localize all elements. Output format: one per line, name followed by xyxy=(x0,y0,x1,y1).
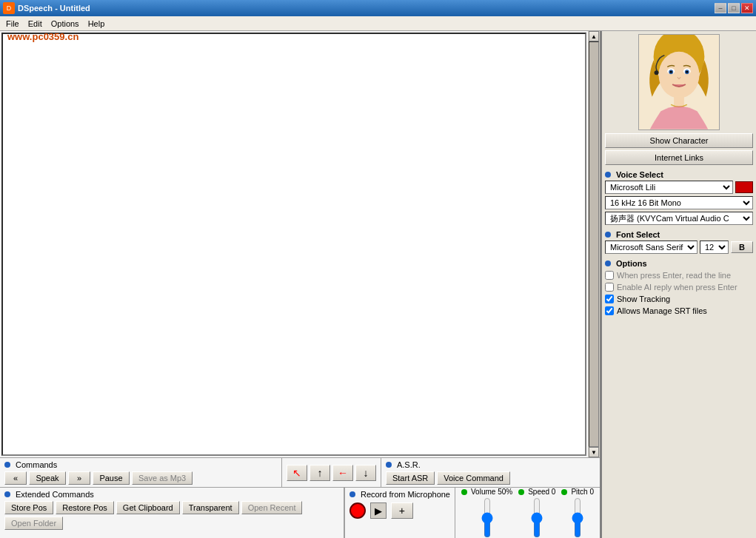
volume-slider[interactable] xyxy=(480,497,495,538)
next-button[interactable]: » xyxy=(68,471,90,485)
up-button[interactable]: ↑ xyxy=(310,465,330,481)
record-label: Record from Microphone xyxy=(361,490,450,499)
menu-edit[interactable]: Edit xyxy=(24,18,47,30)
font-bold-button[interactable]: B xyxy=(731,241,753,253)
play-button[interactable]: ▶ xyxy=(370,502,387,519)
voice-select-dropdown[interactable]: Microsoft Lili xyxy=(605,181,733,194)
voice-select-label: Voice Select xyxy=(616,170,663,179)
record-button[interactable] xyxy=(349,502,366,519)
option-enter-read-checkbox[interactable] xyxy=(605,271,614,280)
option-ai-reply-checkbox[interactable] xyxy=(605,283,614,292)
menu-file[interactable]: File xyxy=(1,18,24,30)
option-manage-srt-checkbox[interactable] xyxy=(605,306,614,315)
scrollbar[interactable]: ▲ ▼ xyxy=(588,31,600,457)
menu-options[interactable]: Options xyxy=(47,18,84,30)
pitch-slider[interactable] xyxy=(570,497,585,538)
font-select-label: Font Select xyxy=(616,230,660,239)
svg-point-9 xyxy=(655,70,659,75)
prev-button[interactable]: « xyxy=(4,471,27,485)
audio-device-dropdown[interactable]: 扬声器 (KVYCam Virtual Audio C xyxy=(605,212,753,225)
asr-indicator xyxy=(386,462,392,468)
pitch-indicator xyxy=(561,489,567,495)
add-button[interactable]: + xyxy=(391,502,413,519)
open-folder-button[interactable]: Open Folder xyxy=(4,517,63,530)
main-text-area[interactable] xyxy=(3,34,585,454)
scroll-up-arrow[interactable]: ▲ xyxy=(589,31,599,41)
volume-label: Volume 50% xyxy=(471,488,512,496)
commands-indicator xyxy=(4,462,10,468)
commands-label: Commands xyxy=(16,460,57,469)
svg-point-2 xyxy=(659,52,700,98)
speak-button[interactable]: Speak xyxy=(29,471,66,485)
option-show-tracking: Show Tracking xyxy=(605,295,753,303)
start-asr-button[interactable]: Start ASR xyxy=(386,471,435,485)
extended-indicator xyxy=(4,491,10,497)
option-enter-read-label: When press Enter, read the line xyxy=(617,271,731,280)
open-recent-button[interactable]: Open Recent xyxy=(241,501,303,514)
option-manage-srt-label: Allows Manage SRT files xyxy=(617,306,707,315)
pitch-control: Pitch 0 xyxy=(561,488,594,538)
option-ai-reply-label: Enable AI reply when press Enter xyxy=(617,283,737,292)
minimize-button[interactable]: – xyxy=(715,3,726,13)
asr-label: A.S.R. xyxy=(397,460,421,469)
window-controls: – □ ✕ xyxy=(715,3,753,13)
bottom-controls: Commands « Speak » Pause Save as Mp3 ↖ ↑… xyxy=(0,457,600,538)
options-label: Options xyxy=(616,259,647,268)
font-select-section: Font Select xyxy=(605,230,753,239)
show-character-button[interactable]: Show Character xyxy=(605,133,753,148)
scroll-track[interactable] xyxy=(589,41,599,447)
font-indicator xyxy=(605,232,611,238)
options-indicator xyxy=(605,260,611,266)
character-image xyxy=(638,34,720,130)
pitch-label: Pitch 0 xyxy=(571,488,594,496)
volume-indicator xyxy=(461,489,467,495)
option-enter-read: When press Enter, read the line xyxy=(605,271,753,280)
menu-help[interactable]: Help xyxy=(84,18,110,30)
extended-label: Extended Commands xyxy=(16,490,94,499)
maximize-button[interactable]: □ xyxy=(728,3,740,13)
option-show-tracking-checkbox[interactable] xyxy=(605,295,614,303)
speed-indicator xyxy=(518,489,524,495)
internet-links-button[interactable]: Internet Links xyxy=(605,150,753,165)
pause-button[interactable]: Pause xyxy=(93,471,130,485)
restore-pos-button[interactable]: Restore Pos xyxy=(56,501,114,514)
right-panel: Show Character Internet Links Voice Sele… xyxy=(601,31,756,538)
language-flag xyxy=(735,181,753,193)
transparent-button[interactable]: Transparent xyxy=(182,501,239,514)
option-manage-srt: Allows Manage SRT files xyxy=(605,306,753,315)
option-ai-reply: Enable AI reply when press Enter xyxy=(605,283,753,292)
title-bar: D DSpeech - Untitled – □ ✕ xyxy=(0,0,756,16)
voice-select-section: Voice Select xyxy=(605,170,753,179)
close-button[interactable]: ✕ xyxy=(741,3,753,13)
volume-control: Volume 50% xyxy=(461,488,512,538)
save-mp3-button[interactable]: Save as Mp3 xyxy=(132,471,193,485)
app-icon: D xyxy=(3,2,15,14)
speed-slider[interactable] xyxy=(529,497,544,538)
back-button[interactable]: ← xyxy=(332,465,353,481)
font-name-dropdown[interactable]: Microsoft Sans Serif xyxy=(605,241,698,254)
speed-label: Speed 0 xyxy=(528,488,555,496)
menu-bar: File Edit Options Help xyxy=(0,16,756,31)
option-show-tracking-label: Show Tracking xyxy=(617,295,670,303)
record-indicator xyxy=(349,491,355,497)
speed-control: Speed 0 xyxy=(518,488,555,538)
svg-point-7 xyxy=(670,71,672,73)
window-title: DSpeech - Untitled xyxy=(18,4,90,13)
voice-command-button[interactable]: Voice Command xyxy=(437,471,510,485)
audio-format-dropdown[interactable]: 16 kHz 16 Bit Mono xyxy=(605,196,753,209)
watermark: www.pc0359.cn xyxy=(7,31,78,42)
font-size-dropdown[interactable]: 12 xyxy=(700,241,729,254)
options-section: Options xyxy=(605,259,753,268)
svg-point-8 xyxy=(686,71,688,73)
get-clipboard-button[interactable]: Get Clipboard xyxy=(116,501,180,514)
voice-indicator xyxy=(605,172,611,178)
scroll-down-arrow[interactable]: ▼ xyxy=(589,447,599,457)
rewind-button[interactable]: ↖ xyxy=(287,465,307,481)
forward-button[interactable]: ↓ xyxy=(355,465,376,481)
store-pos-button[interactable]: Store Pos xyxy=(4,501,53,514)
